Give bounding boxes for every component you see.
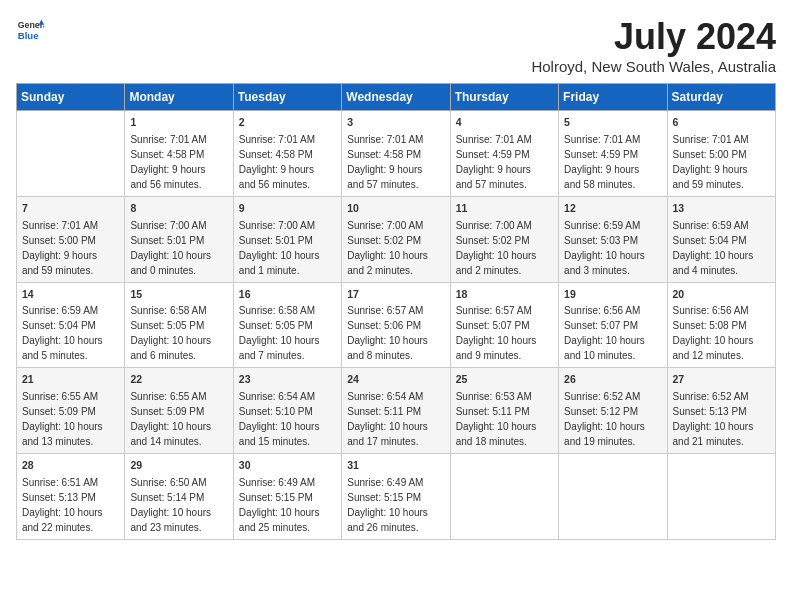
calendar-week-row: 1Sunrise: 7:01 AMSunset: 4:58 PMDaylight… bbox=[17, 111, 776, 197]
cell-info: and 56 minutes. bbox=[239, 177, 336, 192]
cell-info: Sunset: 5:00 PM bbox=[22, 233, 119, 248]
cell-info: Sunset: 5:07 PM bbox=[564, 318, 661, 333]
cell-info: and 26 minutes. bbox=[347, 520, 444, 535]
cell-info: and 57 minutes. bbox=[347, 177, 444, 192]
cell-info: Sunset: 5:00 PM bbox=[673, 147, 770, 162]
cell-info: Daylight: 9 hours bbox=[22, 248, 119, 263]
cell-info: Sunrise: 6:59 AM bbox=[564, 218, 661, 233]
cell-info: Sunrise: 7:00 AM bbox=[130, 218, 227, 233]
cell-info: Sunset: 5:03 PM bbox=[564, 233, 661, 248]
day-number: 26 bbox=[564, 372, 661, 388]
calendar-cell: 3Sunrise: 7:01 AMSunset: 4:58 PMDaylight… bbox=[342, 111, 450, 197]
cell-info: Sunrise: 7:01 AM bbox=[22, 218, 119, 233]
cell-info: Sunrise: 6:57 AM bbox=[347, 303, 444, 318]
cell-info: and 9 minutes. bbox=[456, 348, 553, 363]
cell-info: Daylight: 9 hours bbox=[130, 162, 227, 177]
calendar-cell bbox=[450, 454, 558, 540]
cell-info: Daylight: 10 hours bbox=[22, 419, 119, 434]
cell-info: Daylight: 10 hours bbox=[673, 419, 770, 434]
cell-info: Sunset: 5:04 PM bbox=[673, 233, 770, 248]
day-number: 7 bbox=[22, 201, 119, 217]
cell-info: Sunset: 5:02 PM bbox=[347, 233, 444, 248]
calendar-cell: 19Sunrise: 6:56 AMSunset: 5:07 PMDayligh… bbox=[559, 282, 667, 368]
calendar-cell bbox=[559, 454, 667, 540]
day-number: 22 bbox=[130, 372, 227, 388]
calendar-table: SundayMondayTuesdayWednesdayThursdayFrid… bbox=[16, 83, 776, 540]
calendar-title: July 2024 bbox=[531, 16, 776, 58]
cell-info: Daylight: 10 hours bbox=[22, 333, 119, 348]
logo-icon: General Blue bbox=[16, 16, 44, 44]
cell-info: Sunrise: 6:49 AM bbox=[347, 475, 444, 490]
calendar-cell bbox=[17, 111, 125, 197]
day-number: 15 bbox=[130, 287, 227, 303]
day-number: 3 bbox=[347, 115, 444, 131]
cell-info: and 58 minutes. bbox=[564, 177, 661, 192]
cell-info: and 17 minutes. bbox=[347, 434, 444, 449]
cell-info: and 56 minutes. bbox=[130, 177, 227, 192]
cell-info: Daylight: 10 hours bbox=[673, 248, 770, 263]
day-number: 16 bbox=[239, 287, 336, 303]
day-header-tuesday: Tuesday bbox=[233, 84, 341, 111]
calendar-cell: 5Sunrise: 7:01 AMSunset: 4:59 PMDaylight… bbox=[559, 111, 667, 197]
day-number: 8 bbox=[130, 201, 227, 217]
calendar-cell: 31Sunrise: 6:49 AMSunset: 5:15 PMDayligh… bbox=[342, 454, 450, 540]
cell-info: Daylight: 10 hours bbox=[130, 333, 227, 348]
cell-info: Sunset: 5:06 PM bbox=[347, 318, 444, 333]
title-area: July 2024 Holroyd, New South Wales, Aust… bbox=[531, 16, 776, 75]
cell-info: Daylight: 10 hours bbox=[347, 248, 444, 263]
cell-info: Sunrise: 6:54 AM bbox=[239, 389, 336, 404]
cell-info: Sunset: 4:59 PM bbox=[456, 147, 553, 162]
day-number: 31 bbox=[347, 458, 444, 474]
cell-info: Sunset: 5:01 PM bbox=[239, 233, 336, 248]
cell-info: and 7 minutes. bbox=[239, 348, 336, 363]
calendar-week-row: 28Sunrise: 6:51 AMSunset: 5:13 PMDayligh… bbox=[17, 454, 776, 540]
cell-info: Sunset: 4:58 PM bbox=[347, 147, 444, 162]
cell-info: Daylight: 10 hours bbox=[456, 419, 553, 434]
calendar-cell: 28Sunrise: 6:51 AMSunset: 5:13 PMDayligh… bbox=[17, 454, 125, 540]
svg-text:Blue: Blue bbox=[18, 30, 39, 41]
cell-info: Daylight: 9 hours bbox=[456, 162, 553, 177]
cell-info: Sunrise: 6:51 AM bbox=[22, 475, 119, 490]
day-number: 18 bbox=[456, 287, 553, 303]
cell-info: Sunset: 5:04 PM bbox=[22, 318, 119, 333]
calendar-cell: 16Sunrise: 6:58 AMSunset: 5:05 PMDayligh… bbox=[233, 282, 341, 368]
cell-info: Daylight: 10 hours bbox=[239, 333, 336, 348]
calendar-week-row: 14Sunrise: 6:59 AMSunset: 5:04 PMDayligh… bbox=[17, 282, 776, 368]
cell-info: and 14 minutes. bbox=[130, 434, 227, 449]
cell-info: Daylight: 9 hours bbox=[564, 162, 661, 177]
cell-info: and 5 minutes. bbox=[22, 348, 119, 363]
cell-info: Sunrise: 6:59 AM bbox=[22, 303, 119, 318]
day-number: 30 bbox=[239, 458, 336, 474]
cell-info: and 22 minutes. bbox=[22, 520, 119, 535]
day-number: 28 bbox=[22, 458, 119, 474]
day-number: 29 bbox=[130, 458, 227, 474]
cell-info: Sunrise: 6:56 AM bbox=[673, 303, 770, 318]
cell-info: Sunrise: 7:00 AM bbox=[239, 218, 336, 233]
calendar-cell: 7Sunrise: 7:01 AMSunset: 5:00 PMDaylight… bbox=[17, 196, 125, 282]
cell-info: Sunset: 5:11 PM bbox=[456, 404, 553, 419]
cell-info: Daylight: 9 hours bbox=[673, 162, 770, 177]
cell-info: and 19 minutes. bbox=[564, 434, 661, 449]
cell-info: Sunrise: 6:55 AM bbox=[130, 389, 227, 404]
calendar-week-row: 7Sunrise: 7:01 AMSunset: 5:00 PMDaylight… bbox=[17, 196, 776, 282]
cell-info: Sunrise: 6:55 AM bbox=[22, 389, 119, 404]
calendar-cell: 14Sunrise: 6:59 AMSunset: 5:04 PMDayligh… bbox=[17, 282, 125, 368]
cell-info: and 3 minutes. bbox=[564, 263, 661, 278]
day-header-wednesday: Wednesday bbox=[342, 84, 450, 111]
cell-info: Sunset: 5:13 PM bbox=[22, 490, 119, 505]
cell-info: Sunrise: 7:01 AM bbox=[456, 132, 553, 147]
cell-info: Sunset: 5:09 PM bbox=[22, 404, 119, 419]
cell-info: Daylight: 10 hours bbox=[130, 505, 227, 520]
cell-info: Sunset: 5:08 PM bbox=[673, 318, 770, 333]
cell-info: Sunrise: 7:01 AM bbox=[673, 132, 770, 147]
calendar-header-row: SundayMondayTuesdayWednesdayThursdayFrid… bbox=[17, 84, 776, 111]
calendar-cell bbox=[667, 454, 775, 540]
cell-info: Daylight: 10 hours bbox=[22, 505, 119, 520]
cell-info: Daylight: 9 hours bbox=[239, 162, 336, 177]
cell-info: Sunrise: 7:00 AM bbox=[456, 218, 553, 233]
cell-info: Daylight: 10 hours bbox=[347, 333, 444, 348]
cell-info: Sunrise: 7:01 AM bbox=[564, 132, 661, 147]
svg-text:General: General bbox=[18, 20, 44, 30]
logo: General Blue bbox=[16, 16, 44, 44]
cell-info: Sunrise: 6:52 AM bbox=[673, 389, 770, 404]
